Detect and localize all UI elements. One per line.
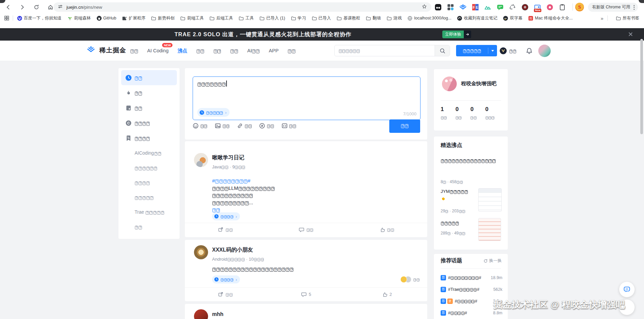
featured-item[interactable]: JYM????? [441, 188, 478, 203]
bookmark-item[interactable]: 扩展程序 [122, 15, 145, 21]
sidebar-item[interactable]: ?? [121, 70, 177, 85]
liked-by-cluster[interactable]: ?? [400, 276, 420, 283]
featured-item-thumbnail[interactable] [478, 218, 501, 241]
refresh-topics-button[interactable]: 换一换 [483, 258, 502, 264]
sidebar-item[interactable]: ?? [121, 219, 177, 234]
pin-author-avatar[interactable] [194, 309, 208, 319]
speaker-extension-icon[interactable] [522, 4, 529, 11]
vip-icon[interactable] [499, 47, 507, 55]
browser-menu-icon[interactable] [633, 4, 635, 10]
share-button[interactable]: ?? [185, 227, 266, 232]
bookmark-item[interactable]: localhost:3000/log... [407, 16, 451, 21]
nav-item[interactable]: AI?? [247, 48, 260, 53]
bookmark-item[interactable]: 游戏 [387, 15, 402, 21]
featured-item[interactable]: ????? [441, 219, 478, 227]
back-icon[interactable] [3, 2, 13, 12]
search-input[interactable]: ?????? [334, 45, 450, 56]
pin-topic-tag[interactable]: ???? › [212, 275, 240, 283]
mountains-extension-icon[interactable] [484, 4, 491, 11]
screenshot-new-extension-icon[interactable]: New [534, 4, 541, 11]
blocks-extension-icon[interactable] [447, 4, 454, 11]
nav-item[interactable]: ?? [196, 48, 204, 53]
fe-extension-icon[interactable]: FE [472, 4, 479, 11]
like-button[interactable]: ?? [346, 227, 427, 232]
bookmark-star-icon[interactable] [422, 4, 427, 11]
pin-author-name[interactable]: XXXL码的小朋友 [212, 247, 253, 254]
bookmark-item[interactable]: 慕课教程 [337, 15, 360, 21]
bookmark-item[interactable]: 工具 [239, 15, 254, 21]
nav-item[interactable]: ?? [130, 48, 138, 53]
comment-button[interactable]: 5 [266, 291, 347, 297]
bookmark-item[interactable]: 已导入 [312, 15, 331, 21]
chrome-update-chip[interactable]: 有新版 Chrome 可用 [588, 3, 638, 12]
onetab-extension-icon[interactable] [546, 4, 553, 11]
bookmark-item[interactable]: 学习 [291, 15, 306, 21]
nav-item-pins[interactable]: 沸点 [178, 48, 187, 54]
wxdev-extension-icon[interactable] [497, 4, 504, 11]
sidebar-item[interactable]: AICoding?? [121, 146, 177, 160]
juejin-logo[interactable]: 稀土掘金 [85, 45, 126, 55]
chat-fab-button[interactable] [619, 282, 635, 297]
bookmark-item[interactable]: 双字幕 [503, 15, 523, 21]
sidebar-item[interactable]: ???? [121, 115, 177, 130]
apps-grid-icon[interactable] [4, 15, 9, 21]
url-bar[interactable]: juejin.cn/pins/new [53, 2, 431, 12]
pin-topic-tag[interactable]: ???? › [212, 212, 240, 220]
featured-item-thumbnail[interactable] [478, 188, 502, 212]
devtools-extension-icon[interactable] [435, 4, 442, 11]
topic-item[interactable]: 荐#????????#18.9m [441, 272, 502, 283]
code-tool-button[interactable]: ?? [282, 123, 296, 129]
stat[interactable]: 0?? [470, 106, 485, 119]
sidebar-item[interactable]: Trae ????? [121, 205, 177, 219]
publish-button[interactable]: ?? [389, 119, 420, 133]
sidebar-item[interactable]: ????? [121, 190, 177, 205]
scrollbar-thumb[interactable] [640, 39, 643, 134]
nav-item-ai-coding[interactable]: AI CodingNEW [147, 48, 169, 53]
composer-textarea[interactable]: ??????? ????? › 7/1000 [193, 76, 420, 120]
nav-item[interactable]: ?? [213, 48, 221, 53]
stat[interactable]: 0?? [455, 106, 470, 119]
bookmark-item[interactable]: 前端工具 [180, 15, 204, 21]
browser-profile-avatar[interactable]: S [575, 3, 584, 11]
pin-author-name[interactable]: 啾啾学习日记 [212, 154, 244, 161]
profile-avatar[interactable] [442, 76, 457, 91]
pin-author-avatar[interactable] [194, 153, 208, 167]
banner-close-icon[interactable] [628, 32, 633, 37]
sidebar-item[interactable]: ???? [121, 175, 177, 190]
create-center-button[interactable]: ????? [456, 45, 497, 56]
bookmark-item[interactable]: 已导入 (1) [259, 15, 285, 21]
user-avatar[interactable] [538, 45, 551, 57]
pin-hashtag[interactable]: #????????# [212, 177, 275, 184]
bookmark-item[interactable]: 简Mac 终端命令大全... [528, 15, 573, 21]
share-button[interactable]: ?? [185, 291, 266, 297]
sidebar-item[interactable]: ?? [121, 100, 177, 115]
bookmark-item[interactable]: 翻墙 [366, 15, 381, 21]
profile-name[interactable]: 程咬金快增强吧 [461, 81, 496, 87]
bookmark-item[interactable]: 后端工具 [209, 15, 233, 21]
nav-item-app[interactable]: APP [269, 48, 279, 53]
topic-tool-button[interactable]: ?? [259, 123, 274, 129]
site-settings-icon[interactable] [57, 4, 63, 11]
topic-item[interactable]: 荐#Trae?????#562k [441, 283, 502, 295]
bookmark-item[interactable]: GitHub [97, 16, 116, 21]
all-bookmarks-button[interactable]: 所有书签 [616, 15, 639, 21]
bookmark-item[interactable]: 新势科创 [151, 15, 175, 21]
chevron-down-icon[interactable] [488, 50, 497, 52]
juejin-extension-icon[interactable] [459, 4, 466, 11]
clipboard-extension-icon[interactable] [559, 4, 566, 11]
notifications-bell-icon[interactable] [526, 47, 533, 55]
featured-item[interactable]: ??????????????? [441, 157, 502, 164]
forward-icon[interactable] [17, 2, 27, 12]
composer-topic-selector[interactable]: ????? › [197, 108, 230, 117]
stat[interactable]: 0??? [485, 106, 502, 119]
search-button[interactable] [435, 45, 450, 56]
bookmark-item[interactable]: 前端森林 [67, 15, 91, 21]
banner-cta-button[interactable]: 立即体验 [442, 31, 471, 38]
comment-button[interactable]: ?? [266, 227, 347, 232]
like-button[interactable]: 2 [346, 291, 427, 297]
bookmark-item[interactable]: 收藏到有道云笔记 [457, 15, 497, 21]
nav-item[interactable]: ?? [288, 48, 296, 53]
image-tool-button[interactable]: ?? [215, 123, 230, 129]
sidebar-item[interactable]: ?????? [121, 160, 177, 175]
bookmark-item[interactable]: 百度一下，你就知道 [17, 15, 62, 21]
